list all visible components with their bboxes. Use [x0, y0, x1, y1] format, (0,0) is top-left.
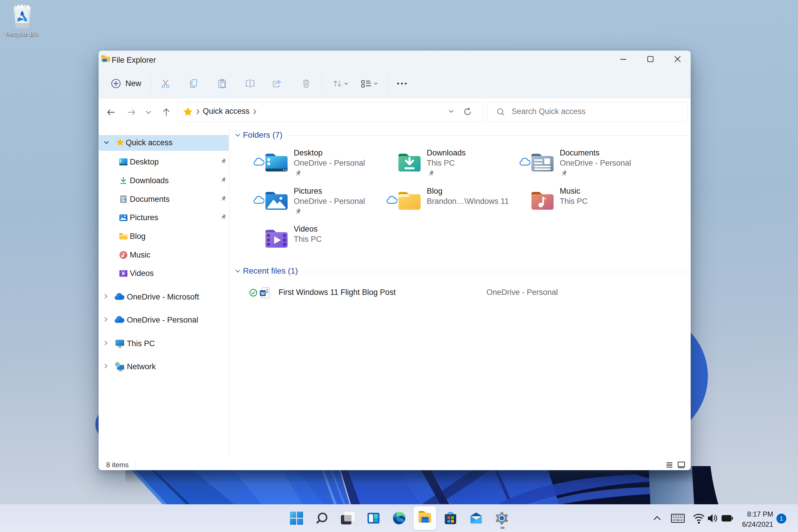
svg-text:W: W [261, 291, 265, 296]
